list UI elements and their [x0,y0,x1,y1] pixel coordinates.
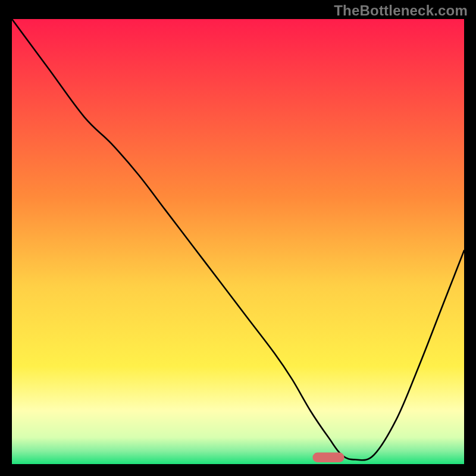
chart-plot-area [12,19,464,464]
bottleneck-chart [12,19,464,464]
optimal-marker [312,453,344,462]
watermark-text: TheBottleneck.com [334,2,468,19]
chart-background [12,19,464,464]
